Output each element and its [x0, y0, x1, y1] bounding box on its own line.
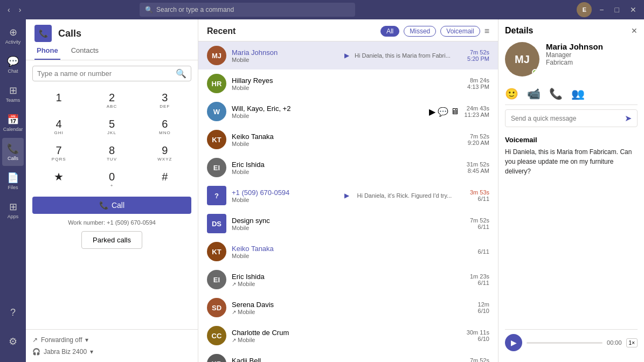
- dial-key-2[interactable]: 2ABC: [85, 87, 138, 113]
- dial-key-8[interactable]: 8TUV: [85, 140, 138, 166]
- speed-button[interactable]: 1×: [626, 338, 638, 347]
- sidebar-item-chat[interactable]: 💬 Chat: [2, 51, 24, 79]
- call-item[interactable]: KB Kadji Bell ↗ Mobile 7m 52s 6/10: [198, 350, 498, 362]
- calls-list: MJ Maria Johnson Mobile ▶ Hi Daniela, th…: [198, 41, 498, 362]
- help-icon: ?: [10, 307, 16, 318]
- call-item[interactable]: ? +1 (509) 670-0594 Mobile ▶ Hi Daniela,…: [198, 182, 498, 210]
- recent-panel: Recent All Missed Voicemail ≡ MJ Maria J…: [198, 19, 498, 362]
- call-name: Charlotte de Crum: [232, 329, 461, 337]
- dial-key-6[interactable]: 6MNO: [139, 113, 191, 140]
- call-info: Keiko Tanaka Mobile: [232, 245, 473, 259]
- sidebar-item-settings[interactable]: ⚙: [2, 328, 24, 356]
- sidebar-item-calls[interactable]: 📞 Calls: [2, 138, 24, 166]
- titlebar-right: E − □ ✕: [577, 2, 640, 17]
- call-name: Maria Johnson: [232, 48, 339, 57]
- more-contact-icon[interactable]: 👥: [571, 87, 585, 100]
- call-button[interactable]: 📞 Call: [32, 197, 191, 214]
- device-label: Jabra Biz 2400: [44, 348, 87, 356]
- call-item[interactable]: W Will, Kayo, Eric, +2 Mobile ▶ 💬 🖥 24m …: [198, 98, 498, 126]
- avatar: CC: [207, 326, 226, 345]
- phone-call-icon[interactable]: 📞: [549, 87, 563, 100]
- call-meta: 7m 52s 9:20 AM: [468, 133, 489, 146]
- send-icon[interactable]: ➤: [625, 113, 632, 123]
- sidebar-item-teams[interactable]: ⊞ Teams: [2, 80, 24, 108]
- sidebar-item-apps[interactable]: ⊞ Apps: [2, 196, 24, 224]
- progress-bar[interactable]: [527, 342, 603, 344]
- call-item[interactable]: SD Serena Davis ↗ Mobile 12m 6/10: [198, 294, 498, 322]
- maximize-button[interactable]: □: [612, 5, 622, 14]
- filter-missed[interactable]: Missed: [404, 26, 436, 37]
- parked-calls-button[interactable]: Parked calls: [81, 231, 142, 249]
- close-button[interactable]: ✕: [627, 5, 640, 14]
- quick-message-area[interactable]: ➤: [505, 109, 638, 127]
- filter-voicemail[interactable]: Voicemail: [440, 26, 480, 37]
- call-name: +1 (509) 670-0594: [232, 189, 339, 197]
- call-duration: 24m 43s: [465, 105, 489, 112]
- name-search-bar[interactable]: 🔍: [32, 66, 191, 81]
- dialpad: 1 2ABC 3DEF 4GHI 5JKL 6MNO 7PQRS 8TUV 9W…: [26, 87, 198, 227]
- call-meta: 3m 53s 6/11: [470, 189, 489, 202]
- device-setting[interactable]: 🎧 Jabra Biz 2400 ▾: [32, 346, 191, 358]
- dialpad-grid: 1 2ABC 3DEF 4GHI 5JKL 6MNO 7PQRS 8TUV 9W…: [32, 87, 191, 192]
- search-bar[interactable]: 🔍 Search or type a command: [140, 3, 355, 17]
- activity-icon: ⊕: [9, 26, 17, 38]
- tab-phone[interactable]: Phone: [34, 42, 60, 60]
- contact-role: Manager: [546, 51, 603, 59]
- dial-key-5[interactable]: 5JKL: [85, 113, 138, 140]
- sidebar-label-teams: Teams: [6, 98, 20, 103]
- filter-all[interactable]: All: [380, 26, 399, 37]
- dial-key-1[interactable]: 1: [32, 87, 85, 113]
- call-item[interactable]: KT Keiko Tanaka Mobile 7m 52s 9:20 AM: [198, 126, 498, 154]
- call-time: 8:45 AM: [467, 168, 489, 174]
- forward-button[interactable]: ›: [16, 4, 25, 15]
- video-call-icon[interactable]: 📹: [527, 87, 541, 100]
- minimize-button[interactable]: −: [596, 5, 607, 14]
- call-time: 6/11: [470, 224, 489, 230]
- forwarding-setting[interactable]: ↗ Forwarding off ▾: [32, 334, 191, 346]
- sidebar-item-activity[interactable]: ⊕ Activity: [2, 22, 24, 50]
- call-item[interactable]: DS Design sync Mobile 7m 52s 6/11: [198, 210, 498, 238]
- call-item[interactable]: EI Eric Ishida Mobile 31m 52s 8:45 AM: [198, 154, 498, 182]
- call-item[interactable]: CC Charlotte de Crum ↗ Mobile 30m 11s 6/…: [198, 322, 498, 350]
- back-button[interactable]: ‹: [4, 4, 13, 15]
- call-name: Keiko Tanaka: [232, 133, 462, 141]
- titlebar-nav: ‹ ›: [4, 4, 24, 15]
- user-avatar[interactable]: E: [577, 2, 592, 17]
- dial-key-star[interactable]: ★: [32, 166, 85, 192]
- sidebar: ⊕ Activity 💬 Chat ⊞ Teams 📅 Calendar 📞 C…: [0, 19, 26, 362]
- name-search-input[interactable]: [37, 69, 172, 78]
- call-type: ↗ Mobile: [232, 281, 465, 287]
- sidebar-item-files[interactable]: 📄 Files: [2, 167, 24, 195]
- contact-info: MJ Maria Johnson Manager Fabricam: [505, 42, 638, 76]
- calls-panel-title: Calls: [58, 28, 81, 39]
- calls-icon: 📞: [7, 143, 19, 155]
- call-item[interactable]: HR Hillary Reyes Mobile 8m 24s 4:13 PM: [198, 69, 498, 98]
- dial-key-4[interactable]: 4GHI: [32, 113, 85, 140]
- tab-contacts[interactable]: Contacts: [69, 42, 101, 60]
- details-close-button[interactable]: ✕: [631, 26, 638, 35]
- call-name: Kadji Bell: [232, 357, 465, 363]
- call-name: Design sync: [232, 217, 465, 225]
- voicemail-label: Voicemail: [505, 136, 638, 144]
- quick-message-input[interactable]: [511, 115, 625, 122]
- emoji-icon[interactable]: 🙂: [505, 87, 518, 100]
- call-item[interactable]: EI Eric Ishida ↗ Mobile 1m 23s 6/11: [198, 266, 498, 294]
- call-button-label: Call: [112, 201, 124, 210]
- sidebar-label-calendar: Calendar: [3, 127, 23, 132]
- sidebar-item-calendar[interactable]: 📅 Calendar: [2, 109, 24, 137]
- call-item[interactable]: MJ Maria Johnson Mobile ▶ Hi Daniela, th…: [198, 41, 498, 69]
- call-time: 6/11: [470, 196, 489, 202]
- play-icon: ▶: [344, 52, 349, 59]
- call-meta: 7m 52s 6/10: [470, 357, 489, 362]
- call-time: 4:13 PM: [467, 83, 489, 90]
- sidebar-label-calls: Calls: [8, 156, 18, 161]
- dial-key-hash[interactable]: #: [139, 166, 191, 192]
- more-options-icon[interactable]: ≡: [484, 26, 489, 36]
- play-button[interactable]: ▶: [505, 334, 522, 351]
- dial-key-7[interactable]: 7PQRS: [32, 140, 85, 166]
- call-item[interactable]: KT Keiko Tanaka Mobile 6/11: [198, 238, 498, 266]
- dial-key-0[interactable]: 0+: [85, 166, 138, 192]
- dial-key-9[interactable]: 9WXYZ: [139, 140, 191, 166]
- dial-key-3[interactable]: 3DEF: [139, 87, 191, 113]
- sidebar-item-help[interactable]: ?: [2, 298, 24, 326]
